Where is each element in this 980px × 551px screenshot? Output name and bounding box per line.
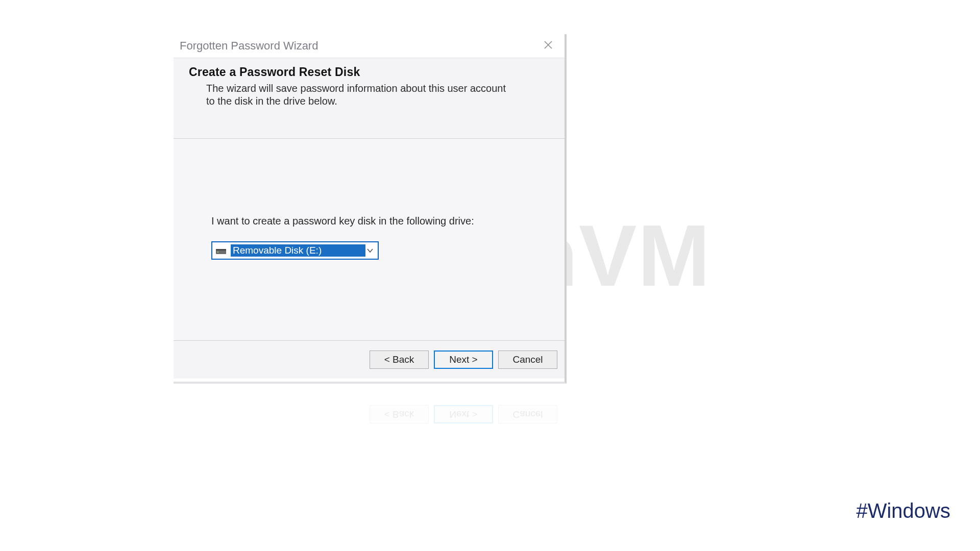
close-button[interactable] bbox=[538, 37, 558, 55]
svg-point-4 bbox=[217, 252, 218, 253]
forgotten-password-wizard-dialog: Forgotten Password Wizard Create a Passw… bbox=[174, 34, 567, 384]
drive-select[interactable]: Removable Disk (E:) bbox=[211, 241, 379, 260]
drive-prompt: I want to create a password key disk in … bbox=[211, 215, 527, 227]
chevron-down-icon bbox=[365, 246, 375, 255]
svg-rect-3 bbox=[216, 249, 226, 251]
footer-reflection: < Back Next > Cancel bbox=[174, 388, 567, 423]
titlebar: Forgotten Password Wizard bbox=[174, 34, 565, 58]
wizard-subtitle: The wizard will save password informatio… bbox=[206, 82, 507, 108]
removable-disk-icon bbox=[215, 246, 227, 255]
window-title: Forgotten Password Wizard bbox=[180, 39, 318, 53]
wizard-header: Create a Password Reset Disk The wizard … bbox=[174, 58, 565, 139]
back-button[interactable]: < Back bbox=[370, 350, 429, 369]
hashtag-label: #Windows bbox=[856, 499, 950, 522]
wizard-body: I want to create a password key disk in … bbox=[174, 139, 565, 340]
cancel-button[interactable]: Cancel bbox=[498, 350, 557, 369]
drive-selected-value: Removable Disk (E:) bbox=[231, 244, 365, 257]
wizard-footer: < Back Next > Cancel bbox=[174, 340, 565, 379]
next-button[interactable]: Next > bbox=[434, 350, 493, 369]
wizard-title: Create a Password Reset Disk bbox=[189, 65, 549, 79]
close-icon bbox=[544, 40, 553, 52]
